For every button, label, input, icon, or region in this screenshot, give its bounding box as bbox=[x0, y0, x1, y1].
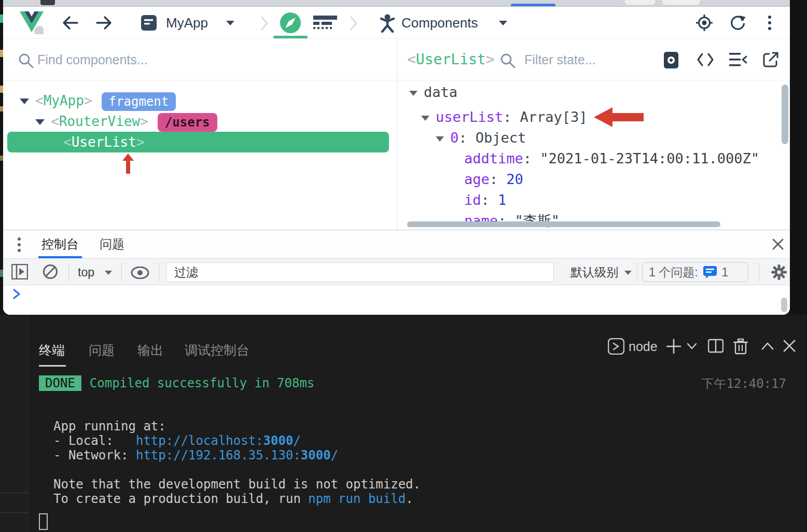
inspector-selector-label[interactable]: Components bbox=[401, 7, 478, 39]
console-sidebar-toggle-icon[interactable] bbox=[11, 264, 28, 279]
console-prompt-icon bbox=[12, 288, 21, 300]
browser-tabstrip bbox=[3, 0, 790, 7]
divider bbox=[0, 493, 29, 493]
divider bbox=[0, 512, 29, 513]
tab-console[interactable]: 控制台 bbox=[41, 230, 79, 258]
divider bbox=[68, 263, 69, 282]
annotation-arrow-left bbox=[594, 107, 644, 127]
terminal-line-compiled: DONECompiled successfully in 708ms bbox=[39, 375, 807, 391]
state-tree: data userList: Array[3] 0: Object addtim… bbox=[397, 80, 790, 230]
split-terminal-icon[interactable] bbox=[708, 338, 723, 354]
component-tree: <MyApp>fragment <RouterView>/users <User… bbox=[3, 80, 397, 230]
tab-output[interactable]: 输出 bbox=[137, 340, 163, 360]
console-toolbar: top 默认级别 1 个问题: bbox=[3, 258, 790, 285]
maximize-panel-chevron-icon[interactable] bbox=[761, 342, 774, 350]
issues-count: 1 bbox=[722, 265, 729, 279]
terminal-timestamp: 下午12:40:17 bbox=[701, 375, 786, 392]
chevron-down-icon[interactable] bbox=[499, 21, 507, 25]
expander-icon[interactable] bbox=[409, 91, 418, 96]
selected-component-title: <UserList> bbox=[407, 39, 495, 80]
vertical-scrollbar[interactable] bbox=[782, 85, 788, 144]
breadcrumb-separator-icon bbox=[260, 16, 269, 31]
console-filter-input[interactable] bbox=[166, 262, 554, 282]
component-tag: RouterView bbox=[59, 114, 141, 129]
tree-row-routerview[interactable]: <RouterView>/users bbox=[35, 110, 217, 133]
breadcrumb-separator-icon bbox=[350, 16, 358, 31]
clear-console-ban-icon[interactable] bbox=[43, 264, 58, 279]
state-section-data[interactable]: data bbox=[409, 82, 457, 103]
inspector-tab-compass-icon[interactable] bbox=[280, 12, 301, 33]
live-expression-eye-icon[interactable] bbox=[131, 267, 149, 279]
tab-debug-console[interactable]: 调试控制台 bbox=[185, 340, 249, 360]
expander-icon[interactable] bbox=[20, 99, 29, 104]
code-icon[interactable] bbox=[697, 52, 714, 67]
console-drawer: 控制台 问题 top bbox=[3, 230, 790, 315]
state-row-item0[interactable]: 0: Object bbox=[436, 128, 526, 148]
component-tag: UserList bbox=[72, 134, 136, 150]
search-icon bbox=[18, 52, 34, 69]
chevron-down-icon[interactable] bbox=[105, 271, 112, 275]
terminal-dropdown-chevron-icon[interactable] bbox=[687, 343, 697, 350]
log-levels-selector[interactable]: 默认级别 bbox=[571, 259, 618, 286]
drawer-menu-kebab-icon[interactable] bbox=[17, 236, 22, 253]
find-components-row bbox=[3, 39, 397, 80]
components-tree-panel: <MyApp>fragment <RouterView>/users <User… bbox=[3, 39, 397, 230]
back-arrow-icon[interactable] bbox=[61, 15, 80, 31]
forward-arrow-icon[interactable] bbox=[94, 15, 113, 31]
issues-counter-label: 1 个问题: bbox=[649, 264, 698, 281]
issues-counter[interactable]: 1 个问题: 1 bbox=[642, 262, 748, 282]
filter-state-input[interactable] bbox=[524, 48, 659, 71]
expander-icon[interactable] bbox=[421, 116, 429, 121]
browser-button[interactable] bbox=[662, 0, 700, 5]
open-in-editor-icon[interactable] bbox=[763, 52, 778, 67]
annotation-arrow-up bbox=[122, 153, 134, 174]
npm-run-build-command: npm run build bbox=[308, 492, 406, 506]
state-row-age: age: 20 bbox=[464, 169, 523, 190]
context-selector[interactable]: top bbox=[78, 259, 94, 286]
vue-devtools-window: MyApp Compo bbox=[3, 7, 790, 315]
refresh-icon[interactable] bbox=[729, 15, 746, 31]
divider bbox=[121, 263, 122, 282]
new-terminal-plus-icon[interactable] bbox=[666, 338, 681, 355]
state-row-addtime: addtime: "2021-01-23T14:00:11.000Z" bbox=[464, 148, 759, 169]
timeline-tab-icon[interactable] bbox=[313, 16, 337, 31]
expander-icon[interactable] bbox=[35, 119, 45, 125]
components-inspector-icon[interactable] bbox=[379, 14, 396, 33]
state-row-id: id: 1 bbox=[464, 190, 506, 211]
chevron-down-icon[interactable] bbox=[624, 271, 632, 275]
more-menu-kebab-icon[interactable] bbox=[767, 15, 772, 31]
terminal-cursor[interactable] bbox=[39, 513, 48, 530]
select-component-target-icon[interactable] bbox=[696, 15, 713, 31]
tree-row-myapp[interactable]: <MyApp>fragment bbox=[20, 89, 176, 112]
issues-chat-icon bbox=[703, 266, 717, 278]
console-output-area[interactable] bbox=[3, 285, 790, 315]
shell-label[interactable]: node bbox=[629, 338, 658, 355]
console-scrollbar[interactable] bbox=[781, 298, 787, 312]
panel-left-gutter bbox=[0, 315, 29, 532]
terminal-shell-icon bbox=[608, 338, 624, 355]
fragment-badge: fragment bbox=[102, 92, 176, 111]
chevron-down-icon[interactable] bbox=[226, 21, 234, 25]
route-badge: /users bbox=[158, 113, 217, 132]
horizontal-scrollbar[interactable] bbox=[407, 221, 720, 227]
collapse-list-icon[interactable] bbox=[729, 52, 747, 67]
network-url-link[interactable]: http://192.168.35.130: bbox=[136, 448, 301, 463]
screen: MyApp Compo bbox=[0, 0, 807, 532]
browser-button[interactable] bbox=[625, 0, 655, 5]
close-panel-icon[interactable] bbox=[783, 340, 796, 352]
settings-gear-icon[interactable] bbox=[771, 264, 787, 280]
app-selector-label[interactable]: MyApp bbox=[166, 7, 208, 39]
close-icon[interactable] bbox=[772, 238, 784, 250]
local-url-link[interactable]: http://localhost: bbox=[136, 433, 263, 448]
tab-problems[interactable]: 问题 bbox=[89, 340, 115, 360]
tab-issues[interactable]: 问题 bbox=[100, 230, 124, 258]
component-state-panel: <UserList> bbox=[397, 39, 790, 230]
kill-terminal-trash-icon[interactable] bbox=[733, 338, 748, 355]
find-components-input[interactable] bbox=[37, 48, 349, 71]
state-row-userlist[interactable]: userList: Array[3] bbox=[421, 107, 588, 128]
inspect-dom-icon[interactable] bbox=[664, 52, 678, 68]
tree-row-userlist-selected[interactable]: <UserList> bbox=[7, 132, 389, 152]
browser-tab-sliver bbox=[40, 0, 55, 5]
tab-terminal[interactable]: 终端 bbox=[39, 340, 65, 360]
expander-icon[interactable] bbox=[436, 136, 444, 142]
